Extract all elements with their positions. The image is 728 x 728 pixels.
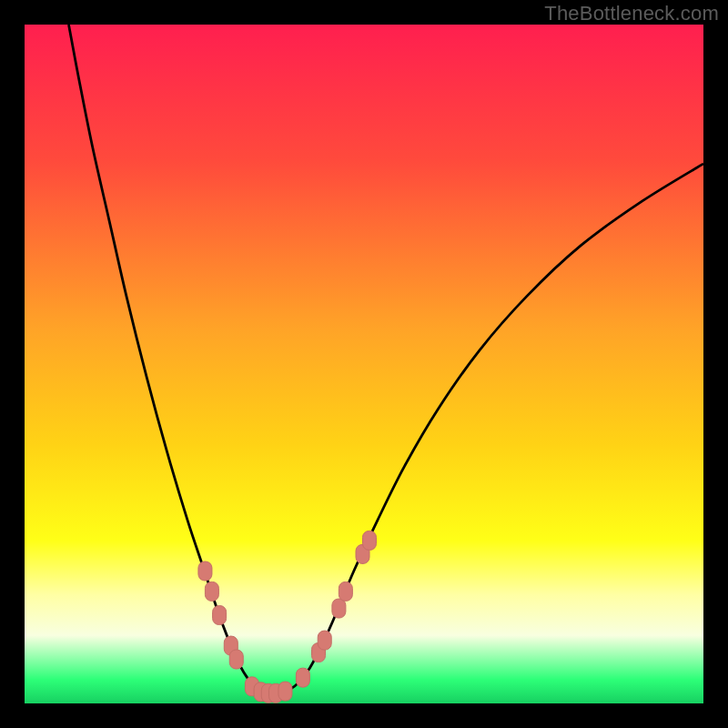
- watermark-text: TheBottleneck.com: [544, 2, 719, 25]
- data-marker: [213, 606, 227, 625]
- plot-area: [25, 25, 703, 703]
- chart-svg: [25, 25, 703, 703]
- data-marker: [278, 682, 292, 701]
- data-marker: [296, 668, 309, 687]
- data-marker: [318, 631, 331, 650]
- data-marker: [205, 581, 218, 601]
- data-marker: [332, 599, 346, 618]
- gradient-background: [25, 25, 703, 703]
- data-marker: [198, 561, 212, 581]
- data-marker: [229, 650, 243, 669]
- outer-frame: TheBottleneck.com: [0, 0, 728, 728]
- data-marker: [339, 581, 352, 601]
- data-marker: [362, 531, 376, 550]
